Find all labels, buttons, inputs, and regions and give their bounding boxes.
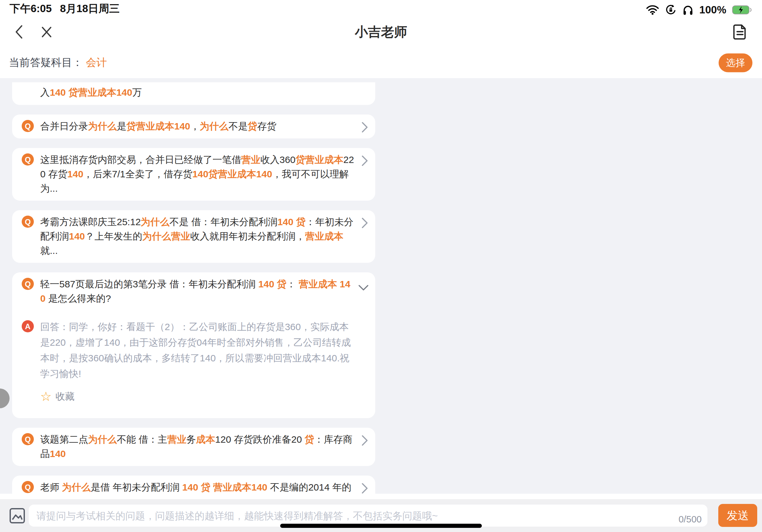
chevron-down-icon[interactable] <box>358 281 369 295</box>
question-badge: Q <box>22 154 34 166</box>
question-text-segment: 140 <box>69 231 85 241</box>
char-counter: 0/500 <box>678 514 702 525</box>
subject-bar: 当前答疑科目： 会计 选择 <box>0 47 762 78</box>
question-text-segment: 贷 <box>248 121 257 131</box>
question-text-segment: 该题第二点 <box>40 434 88 445</box>
question-badge: Q <box>22 278 34 290</box>
question-text-segment: 务 <box>187 434 196 445</box>
answer: A回答：同学，你好：看题干（2）：乙公司账面上的存货是360，实际成本是220，… <box>40 319 354 404</box>
question-text-segment: 140 <box>67 169 83 179</box>
question-text-segment: 老师 <box>40 482 62 493</box>
chevron-right-icon[interactable] <box>361 121 368 137</box>
question-text-segment: 为什么 <box>141 217 170 227</box>
message-input[interactable]: 请提问与考试相关的问题，问题描述的越详细，越能快速得到精准解答，不包括实务问题哦… <box>29 504 708 527</box>
attach-image-button[interactable] <box>9 507 26 525</box>
favorite-label: 收藏 <box>55 388 75 404</box>
back-icon <box>14 25 24 39</box>
question-card[interactable]: Q考霸方法课郎庆玉25:12为什么不是 借：年初未分配利润140 贷：年初未分配… <box>12 210 375 263</box>
status-left: 下午6:05 8月18日周三 <box>10 2 120 16</box>
battery-charging-icon <box>732 5 752 15</box>
question-text-segment: 就... <box>40 245 58 256</box>
question-text-segment: 贷营业成本 <box>295 154 343 165</box>
question-text-segment: 贷营业成本140 <box>68 87 132 98</box>
question-text: 考霸方法课郎庆玉25:12为什么不是 借：年初未分配利润140 贷：年初未分配利… <box>40 215 354 258</box>
question-text-segment: 为什么 <box>88 434 117 445</box>
question-text: 入140 贷营业成本140万 <box>40 85 354 100</box>
question-card-partial[interactable]: 入140 贷营业成本140万 <box>12 82 375 105</box>
chevron-right-icon[interactable] <box>361 217 368 233</box>
question-text-segment: ，后来7/1全卖了，借存货 <box>83 169 192 179</box>
question-card[interactable]: Q轻一587页最后边的第3笔分录 借：年初未分配利润 140 贷： 营业成本 1… <box>12 272 375 418</box>
question-text-segment: 是借 年初未分配利润 <box>91 482 182 493</box>
question-text-segment: 不是 <box>228 121 248 131</box>
question-text-segment: 140 <box>50 87 66 98</box>
document-icon <box>733 24 747 40</box>
nav-bar: 小吉老师 <box>0 17 762 47</box>
app-screen: 下午6:05 8月18日周三 <box>0 0 762 532</box>
headphones-icon <box>682 4 694 15</box>
question-text-segment: ： <box>286 279 299 289</box>
answer-text: 回答：同学，你好：看题干（2）：乙公司账面上的存货是360，实际成本是220，虚… <box>40 319 354 381</box>
question-text-segment: 入 <box>40 87 50 98</box>
question-list[interactable]: 入140 贷营业成本140万Q合并日分录为什么是贷营业成本140，为什么不是贷存… <box>0 78 762 494</box>
question-text: 合并日分录为什么是贷营业成本140，为什么不是贷存货 <box>40 119 354 133</box>
question-text-segment: 存货 <box>257 121 276 131</box>
question-badge: Q <box>22 481 34 493</box>
question-text-segment: 这里抵消存货内部交易，合并日已经做了一笔借 <box>40 154 241 165</box>
question-text-segment: 营业 <box>167 434 187 445</box>
image-icon <box>9 507 26 524</box>
answer-badge: A <box>22 320 34 332</box>
chevron-right-icon[interactable] <box>361 435 368 450</box>
question-text-segment: 收入就用年初未分配利润， <box>190 231 305 241</box>
close-button[interactable] <box>40 26 53 38</box>
question-card[interactable]: Q该题第二点为什么不能 借：主营业务成本120 存货跌价准备20 贷：库存商品1… <box>12 428 375 466</box>
question-text-segment: 贷 <box>296 217 306 227</box>
composer-bar: 请提问与考试相关的问题，问题描述的越详细，越能快速得到精准解答，不包括实务问题哦… <box>0 499 762 532</box>
question-text-segment: 140 贷 <box>258 279 286 289</box>
nav-left <box>14 25 53 39</box>
question-text-segment: 是怎么得来的? <box>45 293 111 303</box>
question-badge: Q <box>22 433 34 445</box>
question-text-segment: 考霸方法课郎庆玉25:12 <box>40 217 141 227</box>
question-text-segment: 为什么 <box>88 121 117 131</box>
question-text: 轻一587页最后边的第3笔分录 借：年初未分配利润 140 贷： 营业成本 14… <box>40 277 354 305</box>
question-text-segment: 合并日分录 <box>40 121 88 131</box>
chevron-right-icon[interactable] <box>361 155 368 170</box>
close-icon <box>40 26 53 38</box>
question-text-segment: ， <box>190 121 200 131</box>
question-text-segment: 为什么 <box>62 482 91 493</box>
wifi-icon <box>646 5 659 15</box>
question-text-segment <box>293 217 296 227</box>
status-date: 8月18日周三 <box>60 2 120 16</box>
star-icon: ☆ <box>40 390 52 403</box>
question-badge: Q <box>22 120 34 132</box>
question-text: 该题第二点为什么不能 借：主营业务成本120 存货跌价准备20 贷：库存商品14… <box>40 432 354 461</box>
subject-value[interactable]: 会计 <box>86 55 107 70</box>
question-card[interactable]: Q这里抵消存货内部交易，合并日已经做了一笔借营业收入360贷营业成本220 存货… <box>12 148 375 201</box>
chevron-right-icon[interactable] <box>361 483 368 494</box>
home-indicator <box>280 524 482 528</box>
question-card[interactable]: Q合并日分录为什么是贷营业成本140，为什么不是贷存货 <box>12 114 375 138</box>
status-right: 100% <box>646 4 752 16</box>
document-button[interactable] <box>733 24 747 40</box>
question-text: 这里抵消存货内部交易，合并日已经做了一笔借营业收入360贷营业成本220 存货1… <box>40 153 354 195</box>
question-text-segment: 140 贷 营业成本140 <box>182 482 267 493</box>
question-text-segment: 为什么营业 <box>142 231 190 241</box>
select-subject-button[interactable]: 选择 <box>719 53 752 72</box>
question-text-segment: 140 <box>277 217 293 227</box>
orientation-lock-icon <box>665 4 676 16</box>
favorite-button[interactable]: ☆收藏 <box>40 388 354 404</box>
question-text-segment: 贷 <box>304 434 314 445</box>
question-badge: Q <box>22 216 34 228</box>
back-button[interactable] <box>14 25 24 39</box>
question-card[interactable]: Q老师 为什么是借 年初未分配利润 140 贷 营业成本140 不是编的2014… <box>12 476 375 494</box>
send-button[interactable]: 发送 <box>718 504 757 527</box>
question-text-segment: 不能 借：主 <box>117 434 167 445</box>
question-text-segment: 不是 借：年初未分配利润 <box>170 217 277 227</box>
question-text-segment: 成本 <box>196 434 215 445</box>
page-title: 小吉老师 <box>355 23 407 41</box>
question-text-segment: 轻一587页最后边的第3笔分录 借：年初未分配利润 <box>40 279 258 289</box>
input-placeholder: 请提问与考试相关的问题，问题描述的越详细，越能快速得到精准解答，不包括实务问题哦… <box>37 510 438 521</box>
question-text-segment: ？上年发生的 <box>85 231 142 241</box>
question-text-segment: 为什么 <box>200 121 228 131</box>
